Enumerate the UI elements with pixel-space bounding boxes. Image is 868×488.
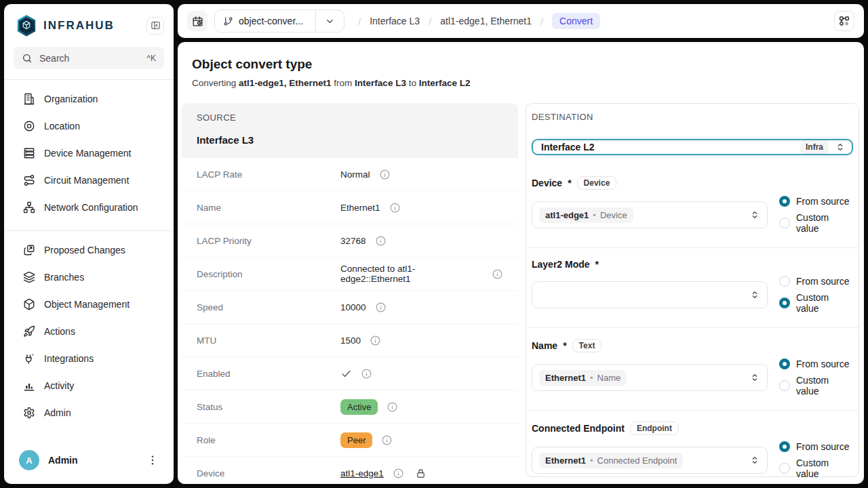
sidebar-nav-1: Organization Location Device Management … [4,80,174,230]
branch-selector-value[interactable]: object-conver... [215,16,315,26]
field-name: Name * Text Ethernet1•Name From source C… [526,328,859,411]
sidebar-item-integrations[interactable]: Integrations [4,345,174,372]
sidebar-item-circuit-management[interactable]: Circuit Management [4,167,174,194]
attribute-label: Speed [197,302,340,312]
sidebar-item-activity[interactable]: Activity [4,372,174,399]
field-device-select[interactable]: atl1-edge1•Device [532,201,768,228]
radio-from-source[interactable]: From source [779,441,853,452]
info-icon[interactable] [393,468,404,479]
date-selector-button[interactable] [187,11,208,31]
box-icon [23,298,35,310]
search-shortcut: ^K [146,54,156,63]
info-icon[interactable] [375,302,387,313]
sidebar-item-label: Network Configuration [44,202,138,213]
radio-circle [779,463,790,474]
rocket-icon [23,325,35,338]
kebab-menu-icon[interactable] [146,454,159,466]
info-icon[interactable] [381,434,393,446]
field-layer2-mode-select[interactable] [532,281,768,308]
radio-from-source[interactable]: From source [779,196,853,207]
field-connected-endpoint-select[interactable]: Ethernet1•Connected Endpoint [532,447,768,474]
source-row-lacp-rate: LACP Rate Normal [182,158,518,190]
radio-from-source[interactable]: From source [779,359,853,369]
git-branch-icon [223,16,233,26]
radio-custom-value[interactable]: Custom value [779,212,853,234]
sidebar-item-branches[interactable]: Branches [4,264,174,291]
source-heading: SOURCE [197,113,503,123]
field-name: Name [532,340,557,351]
radio-custom-value[interactable]: Custom value [779,458,853,479]
destination-type-select[interactable]: Interface L2 Infra [532,139,853,155]
sidebar-item-object-management[interactable]: Object Management [4,291,174,318]
attribute-value: 1500 [340,335,381,346]
sidebar-item-actions[interactable]: Actions [4,318,174,345]
chevron-updown-icon [749,209,760,220]
destination-panel: DESTINATION Interface L2 Infra Device * … [526,103,859,477]
info-icon[interactable] [361,368,372,380]
selected-value-area: Ethernet1•Name [539,370,627,386]
logo-row: INFRAHUB [4,4,174,45]
info-icon[interactable] [389,202,401,214]
source-row-name: Name Ethernet1 [182,191,518,224]
server-icon [23,147,35,159]
source-rows: LACP Rate Normal Name Ethernet1 LACP Pri… [182,158,518,484]
attribute-label: MTU [197,336,340,346]
sidebar-item-location[interactable]: Location [4,113,174,140]
radio-circle [779,359,790,369]
value-mode-radios: From source Custom value [779,196,853,234]
page-title: Object convert type [192,57,860,72]
field-name-select[interactable]: Ethernet1•Name [532,364,768,391]
destination-fields: Device * Device atl1-edge1•Device From s… [532,165,853,484]
info-icon[interactable] [370,335,381,346]
radio-circle [779,218,790,228]
search-input[interactable]: Search ^K [14,47,164,69]
schema-visualizer-button[interactable] [834,11,854,31]
field-label-row: Layer2 Mode * [532,259,853,270]
attribute-value: Ethernet1 [340,202,401,214]
page-subtitle: Converting atl1-edge1, Ethernet1 from In… [192,78,860,88]
bar-chart-icon [23,380,35,392]
sidebar-item-label: Location [44,121,80,131]
selected-value-area: Ethernet1•Connected Endpoint [539,453,683,468]
route-icon [23,174,35,186]
source-row-lacp-priority: LACP Priority 32768 [182,224,518,257]
source-row-status: Status Active [182,390,518,423]
breadcrumb-current-badge[interactable]: Convert [552,13,600,29]
sidebar-item-device-management[interactable]: Device Management [4,140,174,167]
user-menu[interactable]: A Admin [4,443,174,484]
field-label-row: Device * Device [532,176,853,190]
sidebar-item-organization[interactable]: Organization [4,85,174,113]
source-row-role: Role Peer [182,424,518,456]
namespace-badge: Infra [800,140,829,154]
sidebar-collapse-button[interactable] [146,17,164,35]
attribute-label: Device [197,468,340,479]
sidebar-item-proposed-changes[interactable]: Proposed Changes [4,237,174,264]
info-icon[interactable] [375,235,387,247]
layers-icon [23,271,35,283]
attribute-value: Peer [340,432,393,448]
sidebar-item-label: Integrations [44,353,94,364]
sidebar-item-admin[interactable]: Admin [4,399,174,426]
search-icon [22,53,33,64]
breadcrumb-link-interface-l3[interactable]: Interface L3 [370,16,420,26]
field-connected-endpoint: Connected Endpoint Endpoint Ethernet1•Co… [526,411,859,484]
sidebar-item-network-configuration[interactable]: Network Configuration [4,194,174,221]
attribute-value: atl1-edge1 [340,468,426,479]
brand-name: INFRAHUB [43,19,115,33]
radio-custom-value[interactable]: Custom value [779,375,853,396]
radio-from-source[interactable]: From source [779,276,853,287]
subtitle-source-type: Interface L3 [355,78,406,88]
info-icon[interactable] [387,401,398,413]
related-object-link[interactable]: atl1-edge1 [340,468,384,479]
branch-name: object-conver... [239,16,303,26]
branch-selector[interactable]: object-conver... [214,9,344,33]
branch-dropdown-toggle[interactable] [316,16,344,26]
search-placeholder: Search [39,53,69,64]
info-icon[interactable] [379,169,391,180]
radio-custom-value[interactable]: Custom value [779,292,853,314]
convert-panels: SOURCE Interface L3 LACP Rate Normal Nam… [182,103,860,484]
source-panel: SOURCE Interface L3 LACP Rate Normal Nam… [182,103,518,484]
info-icon[interactable] [492,268,503,280]
breadcrumb-link-atl1-edge1-ethernet1[interactable]: atl1-edge1, Ethernet1 [440,16,532,26]
lock-icon [416,468,426,479]
